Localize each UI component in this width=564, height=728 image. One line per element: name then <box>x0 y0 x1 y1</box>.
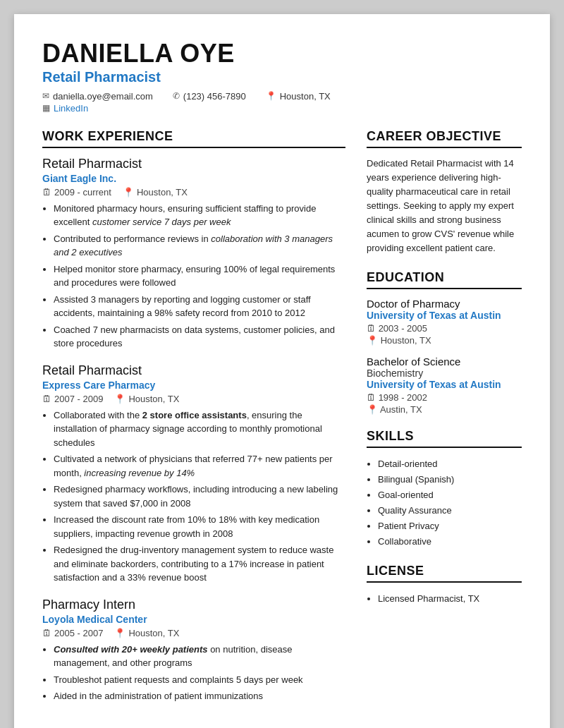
license-1: Licensed Pharmacist, TX <box>378 591 522 607</box>
edu-dates-2: 🗓 1998 - 2002 <box>367 392 427 403</box>
location-icon: 📍 <box>266 91 276 101</box>
job-dates-2: 🗓 2007 - 2009 <box>42 394 103 404</box>
career-objective-text: Dedicated Retail Pharmacist with 14 year… <box>367 157 522 256</box>
bullet-2-5: Redesigned the drug-inventory management… <box>54 543 345 585</box>
skill-3: Goal-oriented <box>378 487 522 503</box>
edu-loc-1: 📍 Houston, TX <box>367 335 522 346</box>
calendar-icon-3: 🗓 <box>42 628 51 638</box>
edu-dates-1: 🗓 2003 - 2005 <box>367 323 427 334</box>
bullet-2-1: Collaborated with the 2 store office ass… <box>54 408 345 450</box>
company-name-3: Loyola Medical Center <box>42 614 345 625</box>
job-title-3: Pharmacy Intern <box>42 597 345 612</box>
edu-pin-icon-1: 📍 <box>367 335 378 346</box>
bullet-2-2: Cultivated a network of physicians that … <box>54 452 345 480</box>
education-title: EDUCATION <box>367 270 522 289</box>
job-bullets-3: Consulted with 20+ weekly patients on nu… <box>42 643 345 703</box>
pin-icon-3: 📍 <box>114 628 125 638</box>
bullet-1-3: Helped monitor store pharmacy, ensuring … <box>54 262 345 290</box>
edu-cal-icon-2: 🗓 <box>367 392 376 403</box>
license-list: Licensed Pharmacist, TX <box>367 591 522 607</box>
bullet-1-4: Assisted 3 managers by reporting and log… <box>54 293 345 320</box>
job-dates-3: 🗓 2005 - 2007 <box>42 628 103 638</box>
right-column: CAREER OBJECTIVE Dedicated Retail Pharma… <box>367 129 522 717</box>
education-section: EDUCATION Doctor of Pharmacy University … <box>367 270 522 415</box>
contact-row: ✉ daniella.oye@email.com ✆ (123) 456-789… <box>42 91 522 102</box>
edu-school-1: University of Texas at Austin <box>367 310 522 321</box>
work-experience-title: WORK EXPERIENCE <box>42 129 345 148</box>
bullet-1-5: Coached 7 new pharmacists on data system… <box>54 323 345 351</box>
edu-meta-1: 🗓 2003 - 2005 <box>367 323 522 334</box>
job-dates-1: 🗓 2009 - current <box>42 187 111 198</box>
email-item: ✉ daniella.oye@email.com <box>42 91 153 102</box>
skills-title: SKILLS <box>367 429 522 448</box>
company-name-1: Giant Eagle Inc. <box>42 173 345 184</box>
job-title-2: Retail Pharmacist <box>42 363 345 378</box>
job-location-2: 📍 Houston, TX <box>114 394 179 404</box>
location-value: Houston, TX <box>280 91 331 102</box>
pin-icon-2: 📍 <box>114 394 125 404</box>
skill-2: Bilingual (Spanish) <box>378 472 522 487</box>
email-icon: ✉ <box>42 91 49 101</box>
candidate-title: Retail Pharmacist <box>42 69 522 85</box>
linkedin-link[interactable]: ▦ LinkedIn <box>42 103 88 114</box>
edu-entry-2: Bachelor of Science Biochemistry Univers… <box>367 356 522 415</box>
skill-6: Collaborative <box>378 534 522 550</box>
location-item: 📍 Houston, TX <box>266 91 331 102</box>
bullet-1-2: Contributed to performance reviews in co… <box>54 232 345 260</box>
bullet-2-3: Redesigned pharmacy workflows, including… <box>54 483 345 510</box>
job-meta-3: 🗓 2005 - 2007 📍 Houston, TX <box>42 628 345 638</box>
job-entry-1: Retail Pharmacist Giant Eagle Inc. 🗓 200… <box>42 157 345 351</box>
edu-entry-1: Doctor of Pharmacy University of Texas a… <box>367 298 522 346</box>
job-entry-2: Retail Pharmacist Express Care Pharmacy … <box>42 363 345 585</box>
edu-degree-1: Doctor of Pharmacy <box>367 298 522 310</box>
left-column: WORK EXPERIENCE Retail Pharmacist Giant … <box>42 129 345 717</box>
edu-meta-2: 🗓 1998 - 2002 <box>367 392 522 403</box>
company-name-2: Express Care Pharmacy <box>42 380 345 391</box>
bullet-1-1: Monitored pharmacy hours, ensuring suffi… <box>54 202 345 229</box>
job-bullets-2: Collaborated with the 2 store office ass… <box>42 408 345 585</box>
job-meta-2: 🗓 2007 - 2009 📍 Houston, TX <box>42 394 345 404</box>
skill-5: Patient Privacy <box>378 518 522 534</box>
phone-item: ✆ (123) 456-7890 <box>173 91 246 102</box>
job-location-1: 📍 Houston, TX <box>123 187 188 198</box>
bullet-3-3: Aided in the administration of patient i… <box>54 689 345 703</box>
bullet-3-2: Troubleshot patient requests and complai… <box>54 673 345 687</box>
phone-icon: ✆ <box>173 91 180 101</box>
calendar-icon-1: 🗓 <box>42 187 51 198</box>
main-layout: WORK EXPERIENCE Retail Pharmacist Giant … <box>42 129 522 717</box>
skill-1: Detail-oriented <box>378 456 522 472</box>
job-title-1: Retail Pharmacist <box>42 157 345 171</box>
edu-cal-icon-1: 🗓 <box>367 323 376 334</box>
license-title: LICENSE <box>367 564 522 583</box>
work-experience-section: WORK EXPERIENCE Retail Pharmacist Giant … <box>42 129 345 703</box>
job-bullets-1: Monitored pharmacy hours, ensuring suffi… <box>42 202 345 351</box>
skills-list: Detail-oriented Bilingual (Spanish) Goal… <box>367 456 522 550</box>
candidate-name: DANIELLA OYE <box>42 40 522 68</box>
bullet-2-4: Increased the discount rate from 10% to … <box>54 513 345 540</box>
career-objective-title: CAREER OBJECTIVE <box>367 129 522 148</box>
email-value: daniella.oye@email.com <box>53 91 153 102</box>
job-location-3: 📍 Houston, TX <box>114 628 179 638</box>
linkedin-label: LinkedIn <box>54 103 88 114</box>
bullet-3-1: Consulted with 20+ weekly patients on nu… <box>54 643 345 670</box>
calendar-icon-2: 🗓 <box>42 394 51 404</box>
career-objective-section: CAREER OBJECTIVE Dedicated Retail Pharma… <box>367 129 522 256</box>
edu-loc-2: 📍 Austin, TX <box>367 404 522 415</box>
pin-icon-1: 📍 <box>123 187 134 198</box>
edu-degree-2: Bachelor of Science <box>367 356 522 368</box>
skill-4: Quality Assurance <box>378 503 522 518</box>
linkedin-row: ▦ LinkedIn <box>42 103 522 114</box>
resume-document: DANIELLA OYE Retail Pharmacist ✉ daniell… <box>14 14 550 728</box>
linkedin-icon: ▦ <box>42 103 50 113</box>
edu-school-2: University of Texas at Austin <box>367 379 522 390</box>
header: DANIELLA OYE Retail Pharmacist ✉ daniell… <box>42 40 522 114</box>
edu-pin-icon-2: 📍 <box>367 404 378 415</box>
skills-section: SKILLS Detail-oriented Bilingual (Spanis… <box>367 429 522 550</box>
job-meta-1: 🗓 2009 - current 📍 Houston, TX <box>42 187 345 198</box>
job-entry-3: Pharmacy Intern Loyola Medical Center 🗓 … <box>42 597 345 703</box>
license-section: LICENSE Licensed Pharmacist, TX <box>367 564 522 607</box>
phone-value: (123) 456-7890 <box>183 91 246 102</box>
edu-field-2: Biochemistry <box>367 368 522 379</box>
